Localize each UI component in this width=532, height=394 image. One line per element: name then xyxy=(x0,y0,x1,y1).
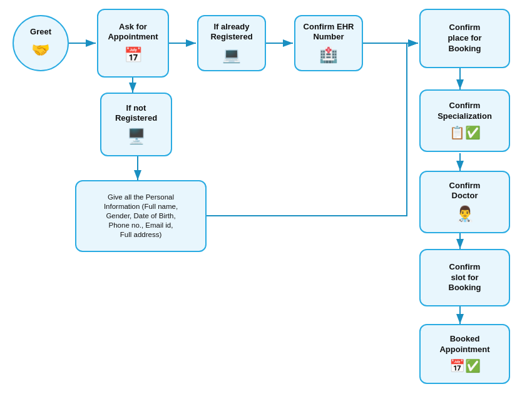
node-greet: Greet 🤝 xyxy=(13,15,69,71)
node-give-info-label: Give all the PersonalInformation (Full n… xyxy=(104,193,178,240)
node-confirm-ehr: Confirm EHRNumber 🏥 xyxy=(294,15,363,71)
node-confirm-spec: ConfirmSpecialization 📋✅ xyxy=(419,89,510,152)
node-confirm-spec-label: ConfirmSpecialization xyxy=(437,101,492,122)
node-if-already: If alreadyRegistered 💻 xyxy=(197,15,266,71)
node-confirm-doctor: ConfirmDoctor 👨‍⚕️ xyxy=(419,171,510,233)
node-confirm-ehr-label: Confirm EHRNumber xyxy=(304,22,354,43)
node-if-not-icon: 🖥️ xyxy=(127,126,146,146)
node-if-already-label: If alreadyRegistered xyxy=(210,22,252,43)
node-confirm-slot: Confirmslot forBooking xyxy=(419,249,510,306)
flowchart-diagram: Greet 🤝 Ask forAppointment 📅 If alreadyR… xyxy=(0,0,532,394)
node-ask-label: Ask forAppointment xyxy=(108,22,158,43)
node-confirm-doctor-icon: 👨‍⚕️ xyxy=(456,204,474,223)
node-confirm-place-label: Confirmplace forBooking xyxy=(448,23,481,54)
node-confirm-slot-label: Confirmslot forBooking xyxy=(449,262,481,294)
node-booked-icon: 📅✅ xyxy=(449,358,481,374)
node-booked-label: BookedAppointment xyxy=(439,334,489,355)
node-confirm-ehr-icon: 🏥 xyxy=(319,45,338,64)
node-if-not-label: If notRegistered xyxy=(115,103,157,124)
node-confirm-place: Confirmplace forBooking xyxy=(419,9,510,68)
node-confirm-doctor-label: ConfirmDoctor xyxy=(449,181,481,202)
node-if-already-icon: 💻 xyxy=(222,45,241,64)
node-booked: BookedAppointment 📅✅ xyxy=(419,324,510,384)
node-give-info: Give all the PersonalInformation (Full n… xyxy=(75,180,207,252)
node-ask-icon: 📅 xyxy=(124,45,143,64)
node-if-not: If notRegistered 🖥️ xyxy=(100,93,172,156)
node-confirm-spec-icon: 📋✅ xyxy=(449,124,481,141)
node-greet-icon: 🤝 xyxy=(31,40,50,59)
node-ask-appointment: Ask forAppointment 📅 xyxy=(97,9,169,78)
node-greet-label: Greet xyxy=(30,27,51,38)
